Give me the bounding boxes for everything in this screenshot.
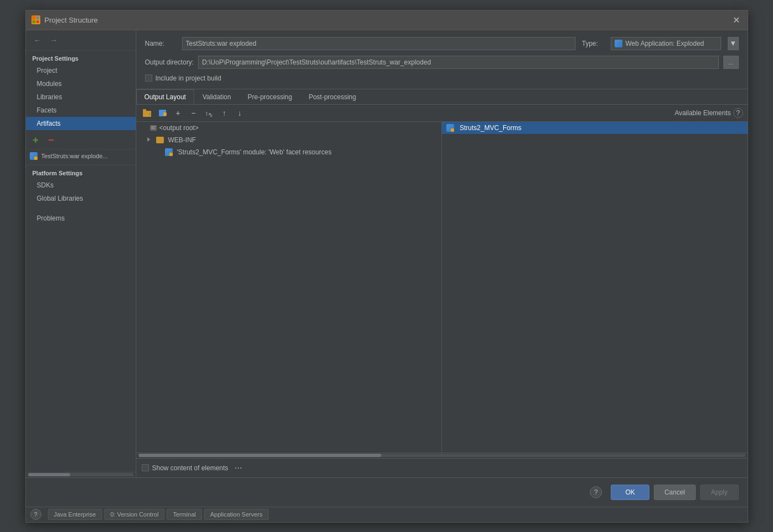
remove-artifact-button[interactable]: − [45,134,58,147]
sidebar-scrollbar[interactable] [26,472,136,477]
include-checkbox[interactable] [145,74,152,82]
show-content-checkbox[interactable] [142,464,149,471]
taskbar-item-label: Application Servers [210,511,263,518]
taskbar-item-java-enterprise[interactable]: Java Enterprise [48,509,102,520]
output-root-icon [150,124,157,132]
sidebar-item-sdks[interactable]: SDKs [26,179,136,192]
svg-rect-3 [36,20,39,23]
taskbar-item-version-control[interactable]: 0: Version Control [104,509,164,520]
cancel-button[interactable]: Cancel [654,485,695,500]
dialog-help-button[interactable]: ? [590,486,602,498]
tree-item-struts-module[interactable]: 'Struts2_MVC_Forms' module: 'Web' facet … [136,146,442,158]
type-label: Type: [582,40,604,47]
help-button[interactable]: ? [733,108,743,118]
svg-rect-14 [151,127,154,128]
browse-button[interactable]: ... [723,56,739,69]
expand-icon [141,125,147,131]
type-text: Web Application: Exploded [626,40,705,47]
tab-post-processing[interactable]: Post-processing [300,89,364,104]
name-type-row: Name: Type: Web Application: Exploded ▼ [145,37,739,50]
scroll-track [28,473,134,476]
bottom-bar: ? OK Cancel Apply [26,477,748,507]
tree-item-output-root[interactable]: <output root> [136,122,442,134]
svg-rect-2 [33,20,35,23]
remove-button[interactable]: − [187,107,200,119]
type-value: Web Application: Exploded [611,37,721,50]
move-down-button[interactable]: ↓ [233,107,247,119]
name-input[interactable] [182,37,575,50]
add-button[interactable]: + [172,107,185,119]
tree-item-label: <output root> [159,124,199,132]
tab-validation[interactable]: Validation [194,89,239,104]
sort-button[interactable]: ↕ a z [202,107,216,119]
tree-item-label: 'Struts2_MVC_Forms' module: 'Web' facet … [177,148,332,156]
nav-forward-button[interactable]: → [48,35,60,46]
available-item-struts[interactable]: Struts2_MVC_Forms [442,122,748,134]
sidebar-item-modules[interactable]: Modules [26,77,136,90]
module-icon [30,152,38,160]
sidebar-item-artifacts[interactable]: Artifacts [26,117,136,130]
dialog-title: Project Structure [45,16,98,24]
tree-item-web-inf[interactable]: WEB-INF [136,134,442,146]
output-dir-input[interactable] [198,56,718,69]
output-dir-row: Output directory: ... [145,56,739,69]
main-content: ← → Project Settings Project Modules Lib… [26,30,748,477]
platform-settings-header: Platform Settings [26,165,136,179]
show-content-extra-button[interactable]: ⋯ [232,462,245,474]
sidebar-problems: Problems [26,212,136,225]
available-elements-label: Available Elements [675,109,731,117]
main-panel: Name: Type: Web Application: Exploded ▼ … [136,30,748,477]
artifact-list-item[interactable]: TestStruts:war explode... [26,149,136,163]
tabs-bar: Output Layout Validation Pre-processing … [136,89,748,105]
nav-back-button[interactable]: ← [31,35,44,46]
available-module-icon [446,124,454,132]
tree-item-label: WEB-INF [168,136,196,144]
svg-rect-15 [151,128,155,129]
move-up-button[interactable]: ↑ [218,107,231,119]
horizontal-scrollbar[interactable] [136,453,748,458]
artifact-name: TestStruts:war explode... [41,153,108,159]
sidebar-nav: ← → [26,30,136,51]
taskbar-item-app-servers[interactable]: Application Servers [204,509,269,520]
layout-toolbar: + + − ↕ a z [136,105,748,122]
sidebar-item-global-libraries[interactable]: Global Libraries [26,192,136,205]
taskbar-item-terminal[interactable]: Terminal [167,509,202,520]
sidebar-item-libraries[interactable]: Libraries [26,90,136,104]
close-button[interactable]: ✕ [731,14,742,25]
expand-placeholder [156,149,163,155]
module-icon [165,148,173,156]
artifact-icon [29,152,38,160]
tab-pre-processing[interactable]: Pre-processing [239,89,301,104]
tab-output-layout[interactable]: Output Layout [136,89,194,104]
content-area: + + − ↕ a z [136,105,748,477]
add-artifact-button[interactable]: + [29,134,42,147]
available-item-label: Struts2_MVC_Forms [460,124,521,132]
expand-icon [147,137,154,143]
sidebar-item-problems[interactable]: Problems [26,212,136,225]
svg-rect-1 [36,17,39,19]
taskbar-help-button[interactable]: ? [30,509,41,520]
ok-button[interactable]: OK [611,485,649,500]
add-folder-button[interactable]: + [141,107,154,119]
left-tree: <output root> WEB-INF 'Stru [136,122,443,453]
title-bar: Project Structure ✕ [26,10,748,30]
svg-text:z: z [210,113,212,117]
chevron-icon [147,137,150,142]
scroll-thumb [28,473,70,476]
right-tree: Struts2_MVC_Forms [442,122,748,453]
svg-rect-8 [163,112,167,116]
project-settings-header: Project Settings [26,51,136,64]
add-module-button[interactable] [156,107,169,119]
artifacts-toolbar: + − [26,132,136,149]
sidebar: ← → Project Settings Project Modules Lib… [26,30,136,477]
artifacts-list: + − TestStruts:war explode... [26,130,136,165]
type-dropdown-button[interactable]: ▼ [728,37,739,50]
svg-text:↕: ↕ [205,110,209,116]
apply-button[interactable]: Apply [700,485,739,500]
sidebar-item-facets[interactable]: Facets [26,104,136,117]
svg-rect-5 [143,109,146,111]
sidebar-item-project[interactable]: Project [26,64,136,77]
svg-text:+: + [148,111,151,117]
include-checkbox-row: Include in project build [145,74,739,82]
properties-area: Name: Type: Web Application: Exploded ▼ … [136,30,748,89]
